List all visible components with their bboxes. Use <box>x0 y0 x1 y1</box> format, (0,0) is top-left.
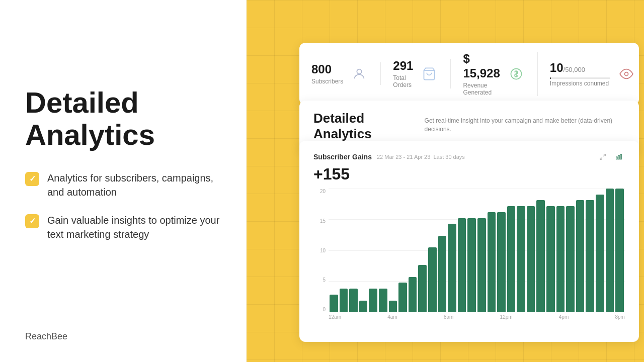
y-label-20: 20 <box>320 189 326 194</box>
feature-text-2: Gain valuable insights to optimize your … <box>47 213 221 241</box>
chart-total: +155 <box>313 165 625 184</box>
x-label-4am: 4am <box>387 314 397 320</box>
feature-item-2: Gain valuable insights to optimize your … <box>25 213 221 241</box>
bar-29 <box>615 189 624 312</box>
expand-icon[interactable] <box>597 151 609 163</box>
bar-11 <box>438 236 447 312</box>
eye-icon <box>617 65 635 83</box>
svg-line-5 <box>600 157 602 159</box>
svg-point-3 <box>624 72 628 75</box>
bar-27 <box>596 195 604 312</box>
page-title: DetailedAnalytics <box>25 86 221 151</box>
analytics-header: Detailed Analytics Get real-time insight… <box>313 111 625 142</box>
bar-3 <box>359 301 368 312</box>
chart-date-range: 22 Mar 23 - 21 Apr 23 Last 30 days <box>377 154 465 160</box>
bar-15 <box>477 218 486 312</box>
left-panel: DetailedAnalytics Analytics for subscrib… <box>0 0 247 362</box>
bar-7 <box>398 283 407 312</box>
check-icon-1 <box>25 172 39 186</box>
bar-4 <box>369 289 377 312</box>
bar-17 <box>497 212 506 312</box>
bar-8 <box>409 277 417 312</box>
bar-25 <box>576 200 585 312</box>
bar-13 <box>458 218 466 312</box>
bar-23 <box>556 206 565 312</box>
analytics-card-subtitle: Get real-time insight into your campaign… <box>425 117 625 134</box>
x-label-12am: 12am <box>329 314 341 320</box>
person-icon <box>350 65 368 83</box>
bar-chart: 20 15 10 5 0 <box>313 189 625 324</box>
subscribers-value: 800 <box>311 62 343 77</box>
stat-revenue: $ 15,928 Revenue Generated <box>463 52 537 96</box>
svg-rect-6 <box>616 157 617 159</box>
x-label-8am: 8am <box>444 314 453 320</box>
x-label-12pm: 12pm <box>500 314 513 320</box>
chart-icons[interactable] <box>597 151 625 163</box>
check-icon-2 <box>25 214 39 228</box>
bar-28 <box>606 189 614 312</box>
brand-name: ReachBee <box>25 331 67 342</box>
revenue-label: Revenue Generated <box>463 82 500 96</box>
bar-9 <box>418 265 427 312</box>
stats-card: 800 Subscribers 291 Total Orders <box>299 43 639 105</box>
impressions-bar-fill <box>550 77 551 79</box>
revenue-value: $ 15,928 <box>463 52 500 81</box>
bar-18 <box>507 206 516 312</box>
y-label-5: 5 <box>323 277 326 283</box>
bar-19 <box>517 206 525 312</box>
stat-subscribers: 800 Subscribers <box>311 62 381 85</box>
svg-rect-7 <box>618 155 619 159</box>
bar-26 <box>586 200 594 312</box>
bars-container <box>329 189 625 312</box>
features-list: Analytics for subscribers, campaigns, an… <box>25 171 221 255</box>
x-label-4pm: 4pm <box>559 314 569 320</box>
bar-24 <box>566 206 575 312</box>
bars-area <box>329 189 625 312</box>
cart-icon <box>420 65 438 83</box>
svg-rect-8 <box>620 154 621 159</box>
bar-16 <box>488 212 496 312</box>
chart-inner: 20 15 10 5 0 <box>313 189 625 312</box>
feature-text-1: Analytics for subscribers, campaigns, an… <box>47 171 221 199</box>
impressions-label: Impressions conumed <box>550 80 610 87</box>
bar-21 <box>536 200 545 312</box>
chart-card: Subscriber Gains 22 Mar 23 - 21 Apr 23 L… <box>299 141 639 342</box>
bar-12 <box>448 224 456 312</box>
orders-value: 291 <box>393 59 413 73</box>
bar-14 <box>467 218 476 312</box>
y-axis: 20 15 10 5 0 <box>313 189 329 312</box>
analytics-card-title: Detailed Analytics <box>313 111 418 142</box>
bar-2 <box>349 289 358 312</box>
chart-title-area: Subscriber Gains 22 Mar 23 - 21 Apr 23 L… <box>313 153 465 161</box>
bar-chart-icon[interactable] <box>613 151 625 163</box>
svg-point-0 <box>357 69 362 73</box>
bar-20 <box>527 206 535 312</box>
chart-header: Subscriber Gains 22 Mar 23 - 21 Apr 23 L… <box>313 151 625 163</box>
impressions-bar <box>550 77 610 79</box>
x-axis: 12am 4am 8am 12pm 4pm 8pm <box>313 314 625 320</box>
bar-5 <box>379 289 387 312</box>
y-label-0: 0 <box>323 307 326 312</box>
orders-label: Total Orders <box>393 74 413 88</box>
impressions-value: 10/50,000 <box>550 61 610 75</box>
y-label-10: 10 <box>320 248 326 253</box>
dollar-icon <box>507 65 525 83</box>
feature-item-1: Analytics for subscribers, campaigns, an… <box>25 171 221 199</box>
y-label-15: 15 <box>320 218 326 224</box>
bar-6 <box>389 301 397 312</box>
bar-1 <box>340 289 348 312</box>
bar-10 <box>428 247 437 312</box>
chart-title: Subscriber Gains <box>313 153 372 161</box>
stat-impressions: 10/50,000 Impressions conumed <box>550 61 635 87</box>
subscribers-label: Subscribers <box>311 78 343 85</box>
bar-0 <box>330 295 338 312</box>
stat-orders: 291 Total Orders <box>393 59 451 88</box>
bar-22 <box>546 206 555 312</box>
x-label-8pm: 8pm <box>615 314 624 320</box>
right-panel: 800 Subscribers 291 Total Orders <box>247 0 644 362</box>
svg-line-4 <box>603 154 605 156</box>
